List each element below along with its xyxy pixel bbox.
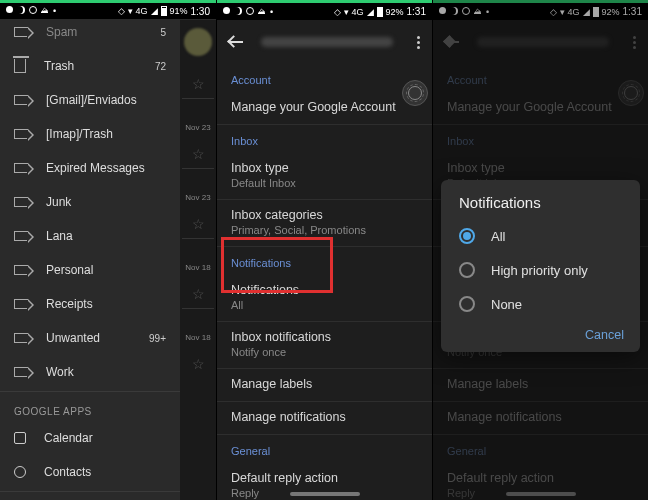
wifi-icon: ◇	[334, 7, 341, 17]
row-manage-notifications[interactable]: Manage notifications	[217, 402, 432, 435]
row-notifications[interactable]: Notifications All	[217, 275, 432, 322]
drawer-item-lana[interactable]: Lana	[0, 219, 180, 253]
battery-pct: 91%	[170, 6, 188, 16]
section-notifications: Notifications	[217, 247, 432, 275]
dnd-moon-icon	[17, 6, 25, 14]
radio-icon	[459, 296, 475, 312]
dialog-title: Notifications	[441, 194, 640, 219]
signal-icon-2: ◢	[151, 6, 158, 16]
row-inbox-type[interactable]: Inbox type Default Inbox	[217, 153, 432, 200]
mail-date: Nov 23	[180, 123, 216, 132]
drawer-label: Personal	[46, 263, 93, 277]
row-secondary: Default Inbox	[231, 177, 418, 189]
nav-drawer[interactable]: Spam 5 Trash 72 [Gmail]/Enviados [Imap]/…	[0, 19, 180, 500]
drawer-item-trash[interactable]: Trash 72	[0, 49, 180, 83]
back-arrow-icon[interactable]	[229, 34, 245, 50]
drawer-count: 72	[155, 61, 166, 72]
row-secondary: Notify once	[231, 346, 418, 358]
net-label: 4G	[136, 6, 148, 16]
drawer-section-google: GOOGLE APPS	[0, 394, 180, 421]
star-icon: ☆	[180, 76, 216, 92]
contacts-icon	[14, 466, 26, 478]
app-bar	[217, 20, 432, 64]
drawer-item-enviados[interactable]: [Gmail]/Enviados	[0, 83, 180, 117]
star-icon: ☆	[180, 286, 216, 302]
drawer-item-calendar[interactable]: Calendar	[0, 421, 180, 455]
label-icon	[14, 333, 28, 343]
label-icon	[14, 27, 28, 37]
label-icon	[14, 129, 28, 139]
paramount-icon: ⛰	[258, 7, 266, 17]
row-manage-account[interactable]: Manage your Google Account	[217, 92, 432, 125]
row-inbox-notifications[interactable]: Inbox notifications Notify once	[217, 322, 432, 369]
clock: 1:31	[407, 6, 426, 17]
radio-option-high-priority[interactable]: High priority only	[441, 253, 640, 287]
row-primary: Manage labels	[231, 377, 418, 391]
row-primary: Manage your Google Account	[231, 100, 418, 114]
drawer-item-junk[interactable]: Junk	[0, 185, 180, 219]
label-icon	[14, 231, 28, 241]
phone-screen-1: ⛰ • ◇ ▾ 4G ◢ 91% 1:30 ☆ Nov 23 ☆ Nov 23 …	[0, 0, 216, 500]
star-icon: ☆	[180, 146, 216, 162]
drawer-label: Calendar	[44, 431, 93, 445]
drawer-label: Spam	[46, 25, 77, 39]
dnd-moon-icon	[234, 7, 242, 15]
radio-option-none[interactable]: None	[441, 287, 640, 321]
drawer-item-expired[interactable]: Expired Messages	[0, 151, 180, 185]
signal-icon: ▾	[344, 7, 349, 17]
nav-handle[interactable]	[290, 492, 360, 496]
cancel-button[interactable]: Cancel	[585, 328, 624, 342]
row-primary: Inbox type	[231, 161, 418, 175]
drawer-item-work[interactable]: Work	[0, 355, 180, 389]
dot-icon: •	[270, 7, 273, 17]
more-icon[interactable]	[417, 36, 420, 49]
phone-screen-2: ⛰ • ◇ ▾ 4G ◢ 92% 1:31 Account Manage you…	[216, 0, 432, 500]
drawer-label: Unwanted	[46, 331, 100, 345]
radio-label: High priority only	[491, 263, 588, 278]
drawer-item-spam[interactable]: Spam 5	[0, 19, 180, 49]
clock: 1:30	[191, 6, 210, 17]
star-icon: ☆	[180, 216, 216, 232]
drawer-label: Trash	[44, 59, 74, 73]
dot-icon: •	[53, 6, 56, 16]
notifications-dialog: Notifications All High priority only Non…	[441, 180, 640, 352]
label-icon	[14, 299, 28, 309]
drawer-item-personal[interactable]: Personal	[0, 253, 180, 287]
drawer-item-unwanted[interactable]: Unwanted 99+	[0, 321, 180, 355]
radio-label: All	[491, 229, 505, 244]
drawer-item-receipts[interactable]: Receipts	[0, 287, 180, 321]
inbox-behind-drawer: ☆ Nov 23 ☆ Nov 23 ☆ Nov 18 ☆ Nov 18 ☆	[180, 20, 216, 500]
status-bar: ⛰ • ◇ ▾ 4G ◢ 92% 1:31	[217, 0, 432, 20]
row-primary: Notifications	[231, 283, 418, 297]
wifi-icon: ◇	[118, 6, 125, 16]
row-primary: Default reply action	[231, 471, 418, 485]
notification-dot-icon	[223, 7, 230, 14]
row-primary: Inbox notifications	[231, 330, 418, 344]
signal-icon: ▾	[128, 6, 133, 16]
row-inbox-categories[interactable]: Inbox categories Primary, Social, Promot…	[217, 200, 432, 247]
row-secondary: Primary, Social, Promotions	[231, 224, 418, 236]
label-icon	[14, 197, 28, 207]
calendar-icon	[14, 432, 26, 444]
radio-option-all[interactable]: All	[441, 219, 640, 253]
drawer-item-contacts[interactable]: Contacts	[0, 455, 180, 489]
row-primary: Manage notifications	[231, 410, 418, 424]
trash-icon	[14, 59, 26, 73]
battery-pct: 92%	[386, 7, 404, 17]
radio-label: None	[491, 297, 522, 312]
label-icon	[14, 163, 28, 173]
drawer-item-imap-trash[interactable]: [Imap]/Trash	[0, 117, 180, 151]
settings-list[interactable]: Account Manage your Google Account Inbox…	[217, 64, 432, 500]
section-account: Account	[217, 64, 432, 92]
battery-icon	[161, 6, 167, 16]
drawer-item-settings[interactable]: Settings	[0, 494, 180, 500]
net-label: 4G	[352, 7, 364, 17]
circle-icon	[246, 7, 254, 15]
drawer-label: Junk	[46, 195, 71, 209]
row-manage-labels[interactable]: Manage labels	[217, 369, 432, 402]
radio-icon	[459, 262, 475, 278]
drawer-label: Contacts	[44, 465, 91, 479]
edit-badge-icon[interactable]	[402, 80, 428, 106]
phone-screen-3: ⛰ • ◇ ▾ 4G ◢ 92% 1:31 Account Manage you…	[432, 0, 648, 500]
account-email-blurred	[261, 37, 393, 47]
